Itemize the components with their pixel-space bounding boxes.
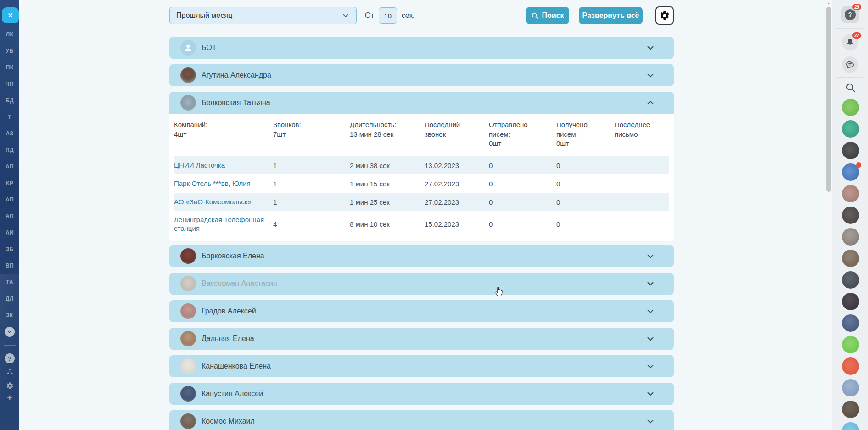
chevron-down-icon [7,329,12,335]
period-select[interactable]: Прошлый месяц [169,7,357,24]
call-duration: 1 мин 15 сек [350,180,425,188]
sidebar-collapse-button[interactable] [5,327,15,337]
sidebar-item-4[interactable]: БД [0,92,19,109]
sidebar-item-6[interactable]: АЗ [0,125,19,142]
manager-row[interactable]: Вассерман Анастасия [169,273,674,295]
dialogs-button[interactable] [842,56,858,73]
sidebar-item-10[interactable]: АП [0,191,19,208]
avatar [180,248,196,264]
report-settings-button[interactable] [655,6,674,25]
manager-row[interactable]: Борковская Елена [169,245,674,267]
left-sidebar: ✕ ЛК УБ ПК ЧП БД Т АЗ ПД АП КР АП АП АИ … [0,0,19,430]
sent-emails: 0 [489,180,556,188]
right-rail: ? 29 27 [832,0,868,430]
add-plus-icon[interactable]: + [0,393,19,403]
expand-all-button[interactable]: Развернуть всё [579,7,643,24]
chevron-down-icon [645,306,655,316]
main-panel: Прошлый месяц От сек. Поиск Развернуть в… [19,0,825,430]
company-row[interactable]: Ленинградская Телефонная станция 4 8 мин… [174,211,669,237]
from-label: От [365,11,374,20]
company-row[interactable]: АО «ЗиО-Комсомольск» 1 1 мин 25 сек 27.0… [174,193,669,211]
sidebar-item-16[interactable]: ДЛ [0,290,19,307]
chevron-down-icon [645,334,655,344]
contact-avatar[interactable] [842,357,859,375]
column-header-companies: Компаний:4шт [174,120,273,149]
contact-avatar[interactable] [842,422,859,430]
manager-row[interactable]: Капустин Алексей [169,383,674,405]
company-link[interactable]: Ленинградская Телефонная станция [174,215,273,233]
company-link[interactable]: ЦНИИ Ласточка [174,161,273,170]
manager-row[interactable]: Дальняя Елена [169,328,674,350]
contact-avatar[interactable] [842,379,859,396]
manager-row[interactable]: Космос Михаил [169,410,674,430]
contact-avatar[interactable] [842,271,859,289]
contact-avatar[interactable] [842,401,859,418]
manager-name: Капустин Алексей [202,390,263,398]
manager-detail-panel: Компаний:4шт Звонков:7шт Длительность:13… [169,114,674,241]
sidebar-item-9[interactable]: КР [0,175,19,191]
help-button[interactable]: ? [5,353,15,363]
search-button[interactable]: Поиск [526,7,569,24]
contact-avatar[interactable] [842,228,859,246]
contact-avatar[interactable] [842,120,859,138]
contact-avatar[interactable] [842,207,859,224]
close-sidebar-button[interactable]: ✕ [2,7,19,23]
manager-row[interactable]: Канашенкова Елена [169,355,674,377]
manager-row[interactable]: Градов Алексей [169,300,674,322]
manager-row-bot[interactable]: БОТ [169,37,674,59]
bell-icon [846,38,855,47]
sidebar-item-15[interactable]: ТА [0,274,19,290]
duration-seconds-input[interactable] [379,7,397,24]
rail-search-button[interactable] [845,82,857,94]
sidebar-item-2[interactable]: ПК [0,59,19,76]
sidebar-item-14[interactable]: ВП [0,257,19,274]
sent-emails: 0 [489,220,556,228]
column-header-received-emails: Полученописем:0шт [556,120,615,149]
sidebar-item-17[interactable]: ЗК [0,307,19,324]
settings-gear-icon[interactable] [0,382,19,391]
contact-avatar[interactable] [842,293,859,310]
contact-avatar[interactable] [842,250,859,267]
scrollbar-thumb[interactable] [826,7,831,192]
sidebar-item-12[interactable]: АИ [0,224,19,241]
chevron-down-icon [645,43,655,53]
sidebar-item-1[interactable]: УБ [0,43,19,59]
contact-avatar[interactable] [842,185,859,202]
calls-count: 1 [273,162,350,169]
main-scrollbar[interactable]: ▲ [825,0,832,430]
avatar [180,386,196,402]
avatar [180,303,196,319]
company-row[interactable]: ЦНИИ Ласточка 1 2 мин 38 сек 13.02.2023 … [174,156,669,174]
last-call-date: 27.02.2023 [425,180,489,188]
scroll-up-arrow-icon[interactable]: ▲ [825,1,832,5]
received-emails: 0 [556,220,615,228]
sidebar-item-7[interactable]: ПД [0,142,19,158]
company-link[interactable]: АО «ЗиО-Комсомольск» [174,197,273,207]
contact-avatar[interactable] [842,314,859,332]
avatar [180,276,196,291]
contact-avatar[interactable] [842,142,859,159]
chevron-up-icon [645,98,655,108]
manager-row[interactable]: Агутина Александра [169,64,674,86]
last-call-date: 13.02.2023 [425,162,489,169]
sidebar-nav: ЛК УБ ПК ЧП БД Т АЗ ПД АП КР АП АП АИ ЗБ… [0,26,19,324]
question-icon: ? [845,9,856,20]
chat-icon [845,60,855,70]
chevron-down-icon [645,70,655,80]
contact-avatar[interactable] [842,336,859,353]
sidebar-item-3[interactable]: ЧП [0,76,19,92]
sidebar-item-8[interactable]: АП [0,158,19,175]
manager-name: Канашенкова Елена [202,362,271,370]
company-row[interactable]: Парк Отель ***вв, Юлия 1 1 мин 15 сек 27… [174,174,669,193]
sidebar-item-0[interactable]: ЛК [0,26,19,43]
manager-name: Градов Алексей [202,307,256,315]
person-icon [183,43,193,53]
company-link[interactable]: Парк Отель ***вв, Юлия [174,179,273,188]
sidebar-item-11[interactable]: АП [0,208,19,224]
integrations-icon[interactable] [0,368,19,377]
manager-row-expanded[interactable]: Белковская Татьяна [169,92,674,114]
contact-avatar[interactable] [842,99,859,116]
received-emails: 0 [556,162,615,169]
sidebar-item-13[interactable]: ЗБ [0,241,19,257]
sidebar-item-5[interactable]: Т [0,109,19,125]
